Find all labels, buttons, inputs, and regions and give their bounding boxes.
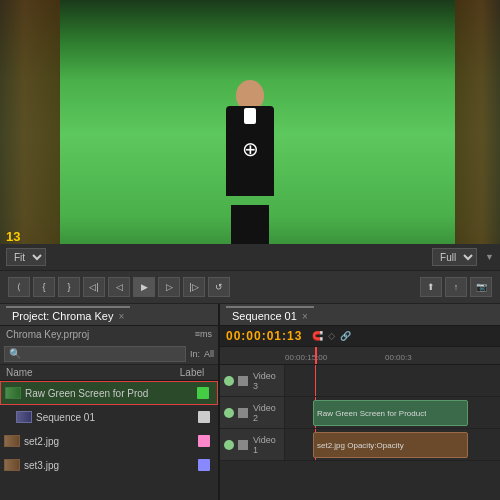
track-visibility-icon[interactable] (224, 440, 234, 450)
transport-step-fwd[interactable]: ▷ (158, 277, 180, 297)
search-bar: In: All (0, 343, 218, 365)
playhead-line (315, 365, 316, 396)
full-select[interactable]: Full (432, 248, 477, 266)
transport-extract[interactable]: ↑ (445, 277, 467, 297)
fit-select[interactable]: Fit (6, 248, 46, 266)
video1-clip[interactable]: set2.jpg Opacity:Opacity (313, 432, 468, 458)
ruler-mark-1: 00:00:3 (385, 353, 412, 362)
transport-play[interactable]: ▶ (133, 277, 155, 297)
file-item-name: set3.jpg (24, 460, 198, 471)
track-content-video2[interactable]: Raw Green Screen for Product (285, 397, 500, 428)
project-subheader: Chroma Key.prproj ≡ms (0, 326, 218, 343)
track-row: Video 3 (220, 365, 500, 397)
transport-bar: ⟨ { } ◁| ◁ ▶ ▷ |▷ ↺ ⬆ ↑ 📷 (0, 270, 500, 304)
video-file-icon (5, 387, 21, 399)
track-header-video3: Video 3 (220, 365, 285, 396)
preview-area: ⊕ 13 Fit Full ▼ (0, 0, 500, 270)
track-name-video3: Video 3 (253, 371, 280, 391)
track-lock-icon[interactable] (238, 440, 248, 450)
file-item-name: set2.jpg (24, 436, 198, 447)
image-file-icon (4, 435, 20, 447)
preview-bottom-bar: Fit Full ▼ (0, 244, 500, 270)
person-figure (210, 80, 290, 260)
video2-clip[interactable]: Raw Green Screen for Product (313, 400, 468, 426)
clip-label: Raw Green Screen for Product (317, 409, 426, 418)
project-tab-close[interactable]: × (119, 311, 125, 322)
project-panel: Project: Chroma Key × Chroma Key.prproj … (0, 304, 220, 500)
ruler-mark-0: 00:00:15:00 (285, 353, 327, 362)
transport-prev-edit[interactable]: ◁| (83, 277, 105, 297)
all-label: All (204, 349, 214, 359)
column-headers: Name Label (0, 365, 218, 381)
project-tab-label: Project: Chroma Key (12, 310, 113, 322)
transport-step-back[interactable]: ◁ (108, 277, 130, 297)
timeline-tracks: Video 3 Video 2 Raw Green Screen for Pro… (220, 365, 500, 500)
file-item-name: Raw Green Screen for Prod (25, 388, 197, 399)
track-content-video1[interactable]: set2.jpg Opacity:Opacity (285, 429, 500, 460)
label-color (197, 387, 209, 399)
sequence-file-icon (16, 411, 32, 423)
track-header-video1: Video 1 (220, 429, 285, 460)
name-col-header: Name (6, 367, 172, 378)
clip-label: set2.jpg Opacity:Opacity (317, 441, 404, 450)
transport-mark-out[interactable]: } (58, 277, 80, 297)
project-tab[interactable]: Project: Chroma Key × (6, 306, 130, 324)
sequence-tab-close[interactable]: × (302, 311, 308, 322)
transport-mark-in[interactable]: { (33, 277, 55, 297)
timeline-ruler: 00:00:15:00 00:00:3 (220, 347, 500, 365)
track-name-video1: Video 1 (253, 435, 280, 455)
frame-number: 13 (6, 229, 20, 244)
sequence-tab[interactable]: Sequence 01 × (226, 306, 314, 324)
link-icon[interactable]: 🔗 (340, 331, 352, 341)
timeline-panel-header: Sequence 01 × (220, 304, 500, 326)
transport-export-frame[interactable]: 📷 (470, 277, 492, 297)
file-item-name: Sequence 01 (36, 412, 198, 423)
label-col-header: Label (172, 367, 212, 378)
bookshelf-right (455, 0, 500, 270)
file-list: Raw Green Screen for Prod Sequence 01 se… (0, 381, 218, 500)
label-color (198, 411, 210, 423)
timecode-controls: 🧲 ◇ 🔗 (312, 331, 352, 341)
effects-toggle: ≡ms (195, 329, 212, 339)
track-visibility-icon[interactable] (224, 408, 234, 418)
track-name-video2: Video 2 (253, 403, 280, 423)
label-color (198, 435, 210, 447)
main-panels: Project: Chroma Key × Chroma Key.prproj … (0, 304, 500, 500)
snap-icon[interactable]: 🧲 (312, 331, 324, 341)
crosshair-icon: ⊕ (238, 137, 262, 161)
timeline-panel: Sequence 01 × 00:00:01:13 🧲 ◇ 🔗 00:00:15… (220, 304, 500, 500)
timeline-timecode-bar: 00:00:01:13 🧲 ◇ 🔗 (220, 326, 500, 347)
transport-lift[interactable]: ⬆ (420, 277, 442, 297)
track-row: Video 1 set2.jpg Opacity:Opacity (220, 429, 500, 461)
transport-next-edit[interactable]: |▷ (183, 277, 205, 297)
playhead-ruler (315, 347, 317, 364)
image-file-icon (4, 459, 20, 471)
track-row: Video 2 Raw Green Screen for Product (220, 397, 500, 429)
track-content-video3[interactable] (285, 365, 500, 396)
current-timecode: 00:00:01:13 (226, 329, 302, 343)
search-input[interactable] (4, 346, 186, 362)
list-item[interactable]: set3.jpg (0, 453, 218, 477)
in-label: In: (190, 349, 200, 359)
list-item[interactable]: Raw Green Screen for Prod (0, 381, 218, 405)
track-visibility-icon[interactable] (224, 376, 234, 386)
transport-loop[interactable]: ↺ (208, 277, 230, 297)
list-item[interactable]: Sequence 01 (0, 405, 218, 429)
project-filename: Chroma Key.prproj (6, 329, 89, 340)
track-header-video2: Video 2 (220, 397, 285, 428)
list-item[interactable]: set2.jpg (0, 429, 218, 453)
transport-add-mark[interactable]: ⟨ (8, 277, 30, 297)
video-preview: ⊕ 13 (0, 0, 500, 270)
project-panel-header: Project: Chroma Key × (0, 304, 218, 326)
marker-icon[interactable]: ◇ (328, 331, 336, 341)
label-color (198, 459, 210, 471)
sequence-tab-label: Sequence 01 (232, 310, 297, 322)
track-lock-icon[interactable] (238, 408, 248, 418)
track-lock-icon[interactable] (238, 376, 248, 386)
